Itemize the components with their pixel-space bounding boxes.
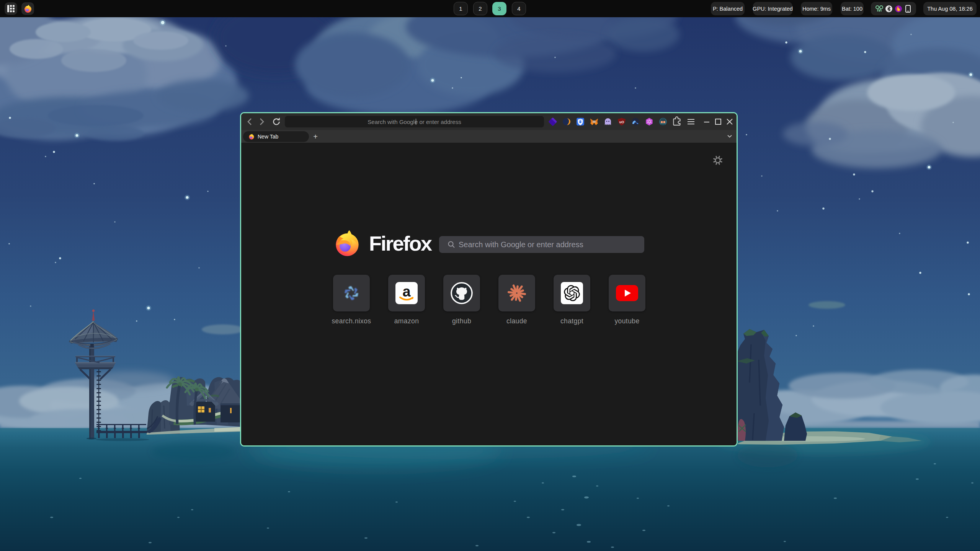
svg-text:a: a (402, 284, 411, 300)
svg-text:uO: uO (619, 120, 624, 124)
